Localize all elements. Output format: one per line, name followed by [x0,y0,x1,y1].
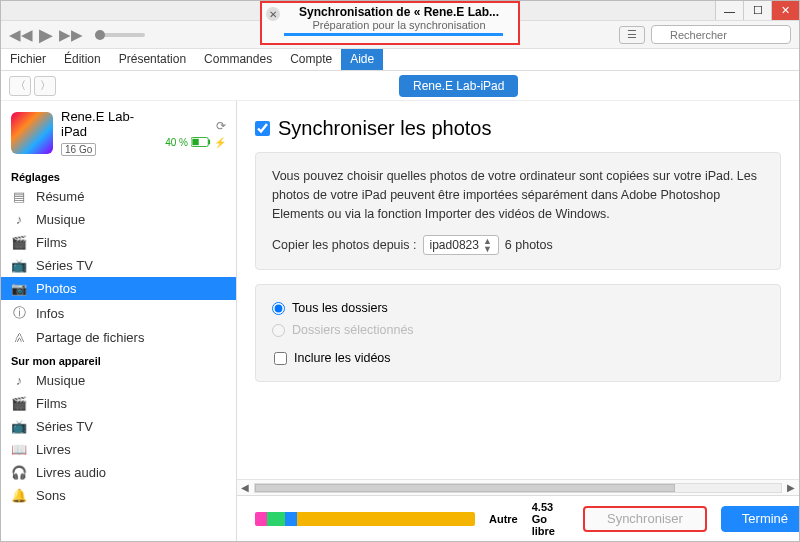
sidebar-icon: 🎬 [11,235,27,250]
sidebar-item-résumé[interactable]: ▤Résumé [1,185,236,208]
menu-fichier[interactable]: Fichier [1,49,55,70]
sidebar-item-séries-tv[interactable]: 📺Séries TV [1,254,236,277]
device-name: Rene.E Lab-iPad [61,109,157,139]
next-icon[interactable]: ▶▶ [59,26,83,44]
minimize-button[interactable]: — [715,1,743,20]
copy-source-combo[interactable]: ipad0823 ▲▼ [423,235,499,255]
done-button[interactable]: Terminé [721,506,799,532]
svg-rect-1 [192,139,198,145]
sidebar-icon: 📖 [11,442,27,457]
copy-from-label: Copier les photos depuis : [272,238,417,252]
device-pill[interactable]: Rene.E Lab-iPad [399,75,518,97]
sync-photos-checkbox[interactable] [255,121,270,136]
sidebar-item-infos[interactable]: ⓘInfos [1,300,236,326]
sidebar-item-partage-de-fichiers[interactable]: ⩓Partage de fichiers [1,326,236,349]
playback-controls: ◀◀ ▶ ▶▶ [9,24,145,46]
sidebar-icon: ⓘ [11,304,27,322]
sidebar-icon: 📷 [11,281,27,296]
menu-aide[interactable]: Aide [341,49,383,70]
sidebar-item-musique[interactable]: ♪Musique [1,208,236,231]
scroll-right-icon[interactable]: ▶ [783,482,799,493]
prev-icon[interactable]: ◀◀ [9,26,33,44]
menu-édition[interactable]: Édition [55,49,110,70]
sync-button[interactable]: Synchroniser [583,506,707,532]
menu-commandes[interactable]: Commandes [195,49,281,70]
svg-rect-2 [208,140,210,145]
nav-back-button[interactable]: 〈 [9,76,31,96]
sidebar-icon: ⩓ [11,330,27,345]
storage-free: 4.53 Go libre [532,501,555,537]
sidebar-icon: 🎬 [11,396,27,411]
search-input[interactable] [651,25,791,44]
sidebar-icon: ♪ [11,373,27,388]
menu-présentation[interactable]: Présentation [110,49,195,70]
sidebar-item-films[interactable]: 🎬Films [1,231,236,254]
sidebar-icon: ▤ [11,189,27,204]
opt-include-videos[interactable]: Inclure les vidéos [274,347,764,369]
scroll-left-icon[interactable]: ◀ [237,482,253,493]
nav-forward-button[interactable]: 〉 [34,76,56,96]
battery-status: 40 % ⚡ [165,137,226,148]
sidebar-icon: 📺 [11,419,27,434]
sidebar-item-films[interactable]: 🎬Films [1,392,236,415]
banner-close-icon[interactable]: ✕ [266,7,280,21]
sidebar-item-livres-audio[interactable]: 🎧Livres audio [1,461,236,484]
opt-all-folders[interactable]: Tous les dossiers [272,297,764,319]
menu-compte[interactable]: Compte [281,49,341,70]
sync-progress-bar [284,33,503,36]
section-title: Synchroniser les photos [278,117,491,140]
sidebar-item-livres[interactable]: 📖Livres [1,438,236,461]
opt-selected-folders: Dossiers sélectionnés [272,319,764,341]
storage-category: Autre [489,513,518,525]
sync-status-banner: ✕ Synchronisation de « Rene.E Lab... Pré… [260,1,520,45]
sidebar-item-photos[interactable]: 📷Photos [1,277,236,300]
horizontal-scrollbar[interactable]: ◀ ▶ [237,479,799,495]
sidebar-item-musique[interactable]: ♪Musique [1,369,236,392]
sidebar-item-séries-tv[interactable]: 📺Séries TV [1,415,236,438]
list-view-icon[interactable]: ☰ [619,26,645,44]
sidebar-device-header: Sur mon appareil [1,349,236,369]
device-thumb-icon [11,112,53,154]
close-button[interactable]: ✕ [771,1,799,20]
sync-desc-text: Vous pouvez choisir quelles photos de vo… [272,167,764,223]
menu-bar: FichierÉditionPrésentationCommandesCompt… [1,49,799,71]
volume-slider[interactable] [95,33,145,37]
maximize-button[interactable]: ☐ [743,1,771,20]
sidebar-icon: 📺 [11,258,27,273]
storage-bar [255,512,475,526]
play-icon[interactable]: ▶ [39,24,53,46]
sidebar-icon: 🔔 [11,488,27,503]
chevron-updown-icon: ▲▼ [483,237,492,253]
sidebar-icon: 🎧 [11,465,27,480]
device-header: Rene.E Lab-iPad 16 Go ⟳ 40 % ⚡ [1,101,236,165]
sync-banner-title: Synchronisation de « Rene.E Lab... [284,5,514,19]
sidebar-item-sons[interactable]: 🔔Sons [1,484,236,507]
sidebar-settings-header: Réglages [1,165,236,185]
device-capacity: 16 Go [61,143,96,156]
sidebar-icon: ♪ [11,212,27,227]
photo-count: 6 photos [505,238,553,252]
refresh-icon[interactable]: ⟳ [216,119,226,133]
sync-banner-subtitle: Préparation pour la synchronisation [284,19,514,31]
